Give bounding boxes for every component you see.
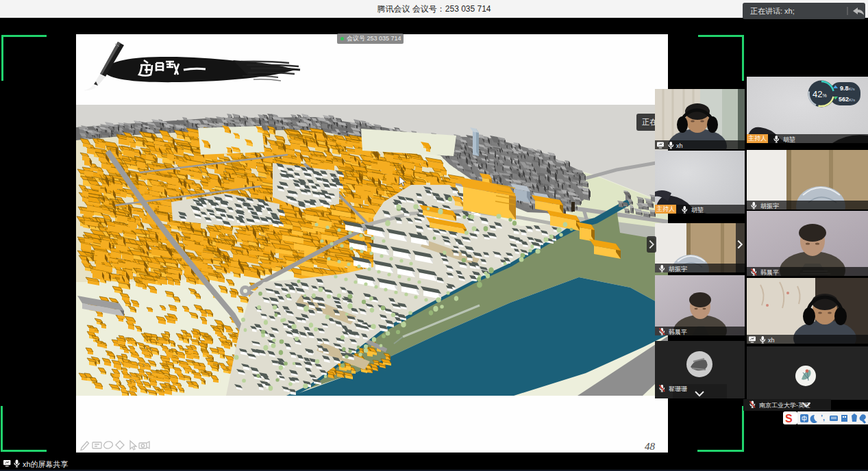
svg-text:韩晨平: 韩晨平 <box>760 269 779 276</box>
svg-text:S: S <box>785 413 793 424</box>
svg-text:翟珊珊: 翟珊珊 <box>669 385 687 392</box>
svg-text:xh: xh <box>768 337 775 344</box>
svg-text:韩晨平: 韩晨平 <box>669 329 687 335</box>
svg-text:’,: ’, <box>821 413 825 422</box>
svg-text:胡堃: 胡堃 <box>783 136 795 143</box>
svg-text:胡堃: 胡堃 <box>691 207 704 214</box>
svg-text:胡振宇: 胡振宇 <box>760 203 779 209</box>
svg-text:xh: xh <box>676 142 683 149</box>
svg-text:胡振宇: 胡振宇 <box>669 266 687 272</box>
svg-text:xh的屏幕共享: xh的屏幕共享 <box>23 460 69 468</box>
